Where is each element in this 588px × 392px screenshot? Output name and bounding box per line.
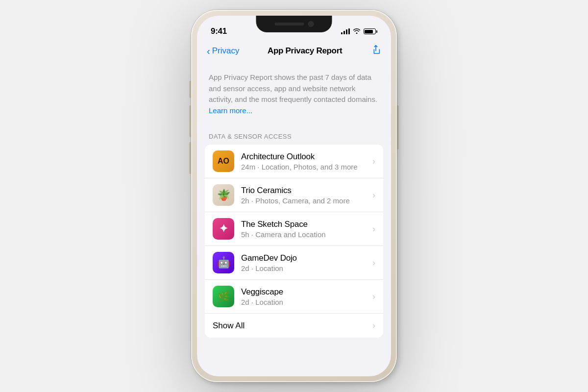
phone-scene: 9:41 [191,10,397,382]
chevron-right-icon: › [372,258,375,268]
data-sensor-section-header: DATA & SENSOR ACCESS [197,126,391,145]
item-content: Trio Ceramics 2h · Photos, Camera, and 2… [241,186,372,205]
battery-icon [364,28,378,34]
chevron-right-icon: › [372,190,375,200]
app-detail: 24m · Location, Photos, and 3 more [241,163,372,171]
app-name: Architecture Outlook [241,152,372,162]
back-label: Privacy [212,46,240,56]
signal-icon [341,28,350,34]
status-icons [341,28,378,35]
notch [256,16,332,32]
item-content: GameDev Dojo 2d · Location [241,253,372,272]
list-item[interactable]: ✦ The Sketch Space 5h · Camera and Locat… [205,212,383,246]
app-icon-architecture-outlook: AO [213,150,234,172]
phone-frame: 9:41 [191,10,397,382]
nav-bar: ‹ Privacy App Privacy Report [197,40,391,63]
chevron-right-icon: › [372,156,375,167]
list-item[interactable]: 🌿 Veggiscape 2d · Location › [205,280,383,314]
item-content: The Sketch Space 5h · Camera and Locatio… [241,220,372,239]
status-time: 9:41 [211,26,227,36]
chevron-left-icon: ‹ [207,46,210,56]
app-name: GameDev Dojo [241,253,372,263]
app-name: The Sketch Space [241,220,372,229]
front-camera [308,21,314,27]
learn-more-link[interactable]: Learn more... [209,106,252,115]
app-icon-veggiscape: 🌿 [213,286,234,307]
chevron-right-icon: › [372,320,375,331]
info-section: App Privacy Report shows the past 7 days… [197,63,391,126]
app-list: AO Architecture Outlook 24m · Location, … [205,145,383,338]
wifi-icon [353,28,361,35]
list-item[interactable]: AO Architecture Outlook 24m · Location, … [205,145,383,178]
show-all-row[interactable]: Show All › [205,314,383,338]
item-content: Veggiscape 2d · Location [241,287,372,306]
app-icon-sketch-space: ✦ [213,218,234,240]
back-button[interactable]: ‹ Privacy [207,46,239,56]
power-button [397,105,399,149]
app-name: Trio Ceramics [241,186,372,196]
content-area: App Privacy Report shows the past 7 days… [197,63,391,370]
app-icon-gamedev-dojo: 🤖 [213,252,234,273]
chevron-right-icon: › [372,292,375,302]
list-item[interactable]: 🪴 Trio Ceramics 2h · Photos, Camera, and… [205,178,383,212]
show-all-label: Show All [213,321,245,331]
app-name: Veggiscape [241,287,372,297]
app-detail: 2h · Photos, Camera, and 2 more [241,196,372,205]
speaker [274,23,304,25]
phone-screen: 9:41 [197,16,391,376]
list-item[interactable]: 🤖 GameDev Dojo 2d · Location › [205,246,383,280]
app-detail: 2d · Location [241,298,372,306]
app-detail: 2d · Location [241,264,372,272]
item-content: Architecture Outlook 24m · Location, Pho… [241,152,372,171]
info-description: App Privacy Report shows the past 7 days… [209,72,379,116]
chevron-right-icon: › [372,224,375,234]
page-title: App Privacy Report [268,46,342,56]
share-button[interactable] [370,44,381,57]
section-header-label: DATA & SENSOR ACCESS [209,133,292,140]
app-icon-trio-ceramics: 🪴 [213,184,234,206]
app-detail: 5h · Camera and Location [241,230,372,239]
